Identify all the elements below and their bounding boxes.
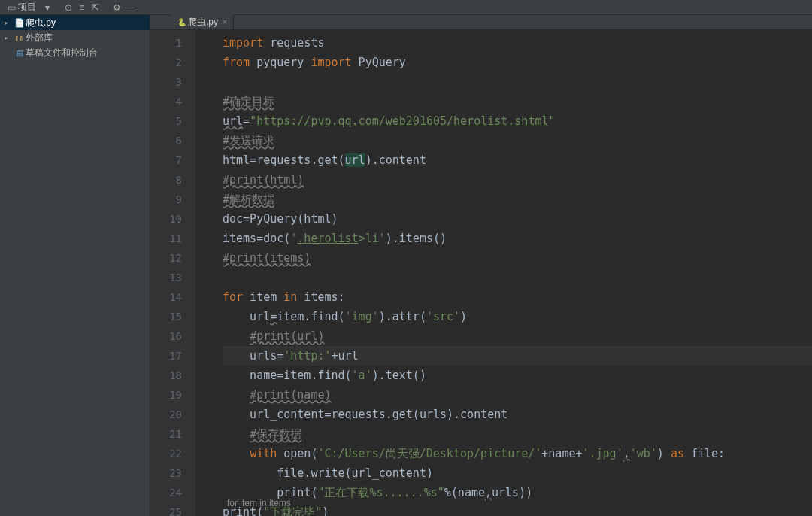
line-number: 17 [150,346,182,366]
gutter: 1234567891011121314151617181920212223242… [150,30,195,516]
line-number: 19 [150,385,182,405]
locate-icon[interactable]: ⊙ [62,2,75,13]
tree-label: 外部库 [26,32,53,44]
hide-icon[interactable]: — [123,2,137,13]
line-number: 10 [150,209,182,229]
line-number: 12 [150,248,182,268]
project-icon: ▭ [5,2,18,13]
collapse-icon[interactable]: ⇱ [89,2,102,13]
tree-label: 爬虫.py [26,17,56,29]
chevron-right-icon: ▸ [5,34,14,41]
line-number: 3 [150,72,182,92]
code-content[interactable]: import requests from pyquery import PyQu… [195,30,812,516]
scratch-icon: ▤ [14,48,26,58]
project-toolbar: ▭ 项目 ▾ ⊙ ≡ ⇱ ⚙ — [0,0,812,15]
line-number: 11 [150,229,182,248]
line-number: 24 [150,483,182,502]
main-area: ▸ 📄 爬虫.py ▸ ⫾⫾ 外部库 ▤ 草稿文件和控制台 🐍 爬虫.py × … [0,15,812,516]
project-label[interactable]: 项目 [18,1,36,14]
line-number: 21 [150,424,182,444]
dropdown-icon[interactable]: ▾ [41,2,54,13]
close-icon[interactable]: × [223,17,227,26]
tree-label: 草稿文件和控制台 [26,47,98,59]
gear-icon[interactable]: ⚙ [110,2,123,13]
line-number: 5 [150,111,182,131]
line-number: 6 [150,131,182,150]
line-number: 23 [150,463,182,483]
line-number: 8 [150,170,182,190]
line-number: 13 [150,268,182,287]
line-number: 25 [150,502,182,516]
editor-area: 🐍 爬虫.py × 123456789101112131415161718192… [150,15,812,516]
library-icon: ⫾⫾ [14,33,26,42]
tree-external-libs[interactable]: ▸ ⫾⫾ 外部库 [0,30,150,45]
project-sidebar: ▸ 📄 爬虫.py ▸ ⫾⫾ 外部库 ▤ 草稿文件和控制台 [0,15,150,516]
line-number: 20 [150,405,182,424]
tab-label: 爬虫.py [188,16,218,29]
python-icon: 🐍 [177,18,188,26]
line-number: 4 [150,92,182,111]
editor-tab[interactable]: 🐍 爬虫.py × [171,14,234,29]
breadcrumb: for item in items [227,493,291,513]
line-number: 15 [150,307,182,326]
line-number: 18 [150,366,182,385]
tree-file-selected[interactable]: ▸ 📄 爬虫.py [0,15,150,30]
line-number: 2 [150,53,182,72]
line-number: 9 [150,190,182,209]
line-number: 14 [150,287,182,307]
line-number: 22 [150,444,182,463]
expand-icon[interactable]: ≡ [75,2,89,13]
code-editor[interactable]: 1234567891011121314151617181920212223242… [150,30,812,516]
line-number: 16 [150,326,182,346]
python-file-icon: 📄 [14,18,26,28]
line-number: 7 [150,150,182,170]
line-number: 1 [150,33,182,53]
tree-scratches[interactable]: ▤ 草稿文件和控制台 [0,45,150,60]
editor-tabbar: 🐍 爬虫.py × [150,15,812,30]
chevron-right-icon: ▸ [5,19,14,26]
